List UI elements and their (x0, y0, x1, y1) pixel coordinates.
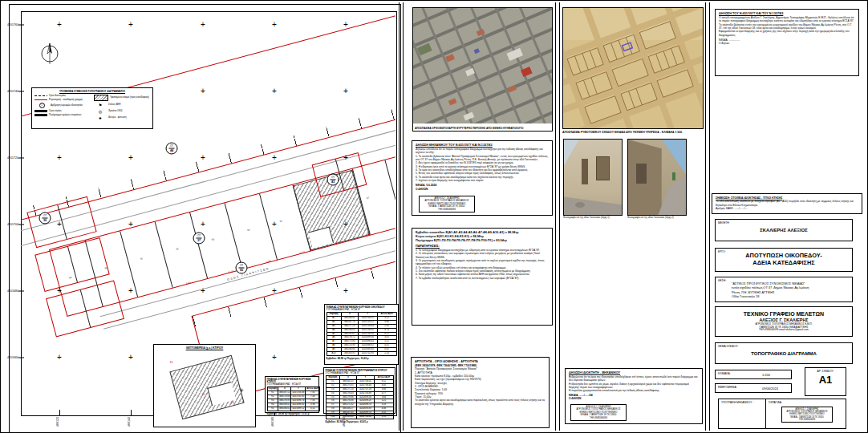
field-label: ΗΜΕΡΟΜΗΝΙΑ: (718, 386, 737, 389)
engineer-stamp: ΑΛΕΞΙΟΣ Γ. ΣΚΑΛΙΕΡΗΣΑΓΡΟΝΟΜΟΣ ΤΟΠΟΓΡΑΦΟΣ… (570, 404, 627, 421)
orthophoto-panel: ΑΠΟΣΠΑΣΜΑ ΟΡΘΟΦΩΤΟΧΑΡΤΗ ΕΥΡΥΤΕΡΗΣ ΠΕΡΙΟΧ… (412, 7, 553, 132)
titleblock-date: ΗΜΕΡΟΜΗΝΙΑ: 09/06/2024 (715, 383, 792, 393)
declaration-signoff: Ο ΔΗΛΩΝ (416, 188, 549, 191)
parcel-number: 97 (366, 196, 369, 200)
grid-cross-icon: + (343, 153, 348, 162)
orthophoto-image (413, 8, 552, 123)
y-axis-label: 4201760 (1, 23, 18, 26)
oldmap-caption: ΑΠΟΣΠΑΣΜΑ ΡΥΜΟΤΟΜΙΚΟΥ ΣΧΕΔΙΟΥ ΝΙΚΑΙΑΣ ΑΠ… (562, 131, 704, 134)
legend-item: Ρυμοτομική - οικοδομική γραμμή (34, 99, 91, 101)
legend-box: ΥΠΟΜΝΗΜΑ ΣΥΜΒΟΛΩΝ ΤΟΠΟΓΡΑΦΙΚΟΥ ΔΙΑΓΡΑΜΜΑ… (31, 87, 153, 129)
coords-table-outline: ΠΙΝΑΚΑΣ ΣΥΝΤΕΤΑΓΜΕΝΩΝ ΠΕΡΙΓΡΑΜΜΑΤΟΣ ΚΤΙΡ… (323, 367, 395, 414)
y-axis-label: 4201680 (1, 289, 18, 293)
terms-line: Το οικόπεδο κρίνεται άρτιο και οικοδομήσ… (415, 399, 546, 406)
office-name: ΤΕΧΝΙΚΟ ΓΡΑΦΕΙΟ ΜΕΛΕΤΩΝ (744, 311, 824, 318)
table-subtitle: ΣΥΣΤΗΜΑ ΑΝΑΦΟΡΑΣ : ΕΓΣΑ '87 (326, 372, 394, 374)
legend-symbol-icon: ♣ (94, 115, 107, 120)
declaration-signoff: Ο Δηλών (719, 42, 855, 45)
table-footer: Εμβαδόν: 58,98 τμ Περίμετρος: 31,61 μ (267, 412, 318, 415)
table-row: Π10466165.684201704.041.95 (326, 415, 393, 419)
street-photo-2-caption: Φωτογραφία επί της οδού Γιαννιτσών (λήψη… (627, 216, 685, 219)
engineer-stamp: ΑΛΕΞΙΟΣ Γ. ΣΚΑΛΙΕΡΗΣΑΓΡΟΝΟΜΟΣ ΤΟΠΟΓΡΑΦΟΣ… (419, 196, 475, 212)
grid-cross-icon: + (201, 220, 205, 229)
field-label: ΘΕΜΑ ΣΧΕΔΙΟΥ: (718, 345, 738, 348)
engineer-stamp: ΑΛΕΞΙΟΣ Γ. ΣΚΑΛΙΕΡΗΣΑΓΡΟΝΟΜΟΣ ΤΟΠΟΓΡΑΦΟΣ… (781, 407, 833, 423)
grid-cross-icon: + (57, 286, 62, 295)
declaration-line: Εφαρμόζονται οι όροι δόμησης και οι χρήσ… (719, 30, 855, 37)
legend-item: Περίγραμμα ομόρων κτισμάτων (34, 114, 91, 116)
block-number-badge: ΟΤ44 (166, 143, 178, 155)
legend-right-column: Υφιστάμενο κτίσμα (προς κατεδάφιση)⚑Στύλ… (94, 93, 150, 120)
titleblock-office: ΤΕΧΝΙΚΟ ΓΡΑΦΕΙΟ ΜΕΛΕΤΩΝ ΑΛΕΞΙΟΣ Γ. ΣΚΑΛΙ… (715, 306, 853, 337)
grid-cross-icon: + (128, 153, 133, 162)
table-footer: Εμβαδόν: 88,98 τμ Περίμετρος: 52,43 μ (327, 357, 397, 360)
declaration-box-col3: ΔΗΛΩΣΗ ΙΔΙΟΚΤΗΤΗ - ΜΗΧΑΝΙΚΟΥ Βεβαιώνεται… (565, 368, 703, 424)
y-axis-label: 4201720 (1, 156, 18, 160)
scale-value: 1:200 (762, 373, 770, 377)
inset-title: ΛΕΠΤΟΜΕΡΕΙΑ (χ.κ.) ΚΤΙΡΙΟΥ (154, 346, 255, 350)
legend-symbol-icon (34, 110, 47, 112)
table-footer: Εμβαδόν: 83,94 τμ Περίμετρος: 43,41 μ (326, 420, 394, 423)
column-separator (399, 2, 404, 431)
column-separator (555, 2, 560, 431)
table-subtitle: ΣΥΣΤΗΜΑ ΑΝΑΦΟΡΑΣ : ΕΓΣΑ '87 (327, 309, 397, 311)
sheet-number-value: A1 (805, 374, 846, 386)
note-line: 3. Οι ρυμοτομικές και οικοδομικές γραμμέ… (416, 259, 549, 266)
location-line: Οδός Γιαννιτσών 18 (732, 294, 852, 298)
grid-cross-icon: + (57, 20, 62, 29)
field-label: ΥΠΟΓΡΑΦΗ ΜΗΧΑΝΙΚΟΥ : (721, 401, 763, 404)
street-photo-1 (563, 139, 623, 216)
grid-cross-icon: + (201, 153, 205, 162)
parcel-number: 91 (140, 257, 143, 261)
legend-item: Όριο κτιρίου (34, 110, 91, 112)
legend-item: ⚑Στύλος ΔΕΗ (94, 103, 150, 107)
table-subtitle: ΣΥΣΤΗΜΑ ΑΝΑΦΟΡΑΣ : ΕΓΣΑ '87 (267, 383, 318, 386)
field-label: ΑΡ. ΣΧΕΔΙΟΥ: (805, 370, 846, 373)
coords-table-parcel: ΠΙΝΑΚΑΣ ΣΥΝΤΕΤΑΓΜΕΝΩΝ ΚΟΡΥΦΩΝ ΟΙΚΟΠΕΔΟΥ … (324, 304, 399, 365)
titleblock-sheet-number: ΑΡ. ΣΧΕΔΙΟΥ: A1 (805, 367, 846, 396)
grid-cross-icon: + (272, 20, 277, 29)
declaration-line: Δηλώνω υπεύθυνα ότι το παρόν τοπογραφικό… (416, 148, 549, 155)
grid-cross-icon: + (57, 353, 62, 362)
titleblock-thema: ΘΕΜΑ ΣΧΕΔΙΟΥ: ΤΟΠΟΓΡΑΦΙΚΟ ΔΙΑΓΡΑΜΜΑ (715, 342, 853, 364)
block-number-badge: ΟΤ43 (327, 174, 339, 186)
x-axis-label: 466180 (271, 417, 274, 427)
legend-item: 1Αρίθμηση κορυφών ιδιοκτησίας (34, 103, 91, 108)
declaration-line: Η ιδιοκτησία δεν εμπίπτει σε ρέμα, αιγια… (569, 382, 699, 390)
field-label: ΜΕΛΕΤΗ: (718, 221, 730, 225)
grid-cross-icon: + (272, 87, 277, 95)
vertex-label: Κ2 (202, 393, 205, 396)
area-line: Περίγραμμα Ε(Π1-Π2-Π3-Π4-Π5-Π6-Π7-Π8-Π9-… (416, 239, 549, 243)
declaration-signoff: Ο ΔΗΛΩΝ (569, 397, 699, 400)
grid-cross-icon: + (201, 20, 205, 29)
north-arrow-icon (39, 41, 60, 65)
declaration-line: 7. Ισχύουν οι όροι δόμησης που αναγράφον… (416, 179, 549, 182)
y-axis-label: 4201660 (1, 356, 18, 359)
parcel-number: 92 (176, 247, 179, 251)
oldmap-panel (562, 7, 704, 129)
titleblock-signature: ΥΠΟΓΡΑΦΗ ΜΗΧΑΝΙΚΟΥ : ΣΦΡΑΓΙΔΑ: ΑΛΕΞΙΟΣ Γ… (718, 399, 846, 429)
grid-cross-icon: + (343, 220, 348, 229)
y-axis-label: 4201740 (1, 90, 18, 93)
legend-symbol-icon: ⚑ (94, 103, 107, 107)
legend-symbol-icon (34, 95, 47, 96)
field-label: ΣΦΡΑΓΙΔΑ: (769, 401, 782, 404)
block-number-badge: ΟΤ50 (236, 262, 248, 274)
titleblock-meleti: ΜΕΛΕΤΗ: ΣΚΑΛΙΕΡΗΣ ΑΛΕΞΙΟΣ (715, 219, 853, 241)
project-title-line: ΑΔΕΙΑ ΚΑΤΕΔΑΦΙΣΗΣ (752, 260, 814, 267)
declaration-line: 1. Το οικόπεδο βρίσκεται στον "Αστικό Πρ… (416, 155, 549, 162)
grid-cross-icon: + (272, 353, 277, 362)
parcel-number: 94 (247, 228, 250, 232)
grid-cross-icon: + (128, 20, 133, 29)
field-label: ΘΕΣΗ: (718, 279, 726, 282)
declaration-line: Το οικόπεδο βρίσκεται εντός του εγκεκριμ… (719, 23, 855, 30)
building-notch (308, 227, 334, 249)
titleblock-thesi: ΘΕΣΗ: "ΑΣΤΙΚΟΣ ΠΡΟΣΦΥΓΙΚΟΣ ΣΥΝΟΙΚΙΣΜΟΣ Ν… (715, 277, 853, 302)
grid-cross-icon: + (343, 20, 348, 29)
vertex-label: Κ3 (231, 401, 234, 404)
stamp-line: ΤΗΛ.6948066096 (573, 417, 624, 419)
legend-symbol-icon (94, 95, 108, 101)
note-box: ΣΗΜΕΙΩΣΗ: ΣΤΟΙΧΕΙΑ ΙΔΙΟΚΤΗΣΙΑΣ - ΤΙΤΛΟΙ … (712, 193, 862, 214)
field-label: ΚΛΙΜΑΚΑ: (718, 372, 731, 375)
vertex-label: Κ1 (170, 361, 173, 364)
